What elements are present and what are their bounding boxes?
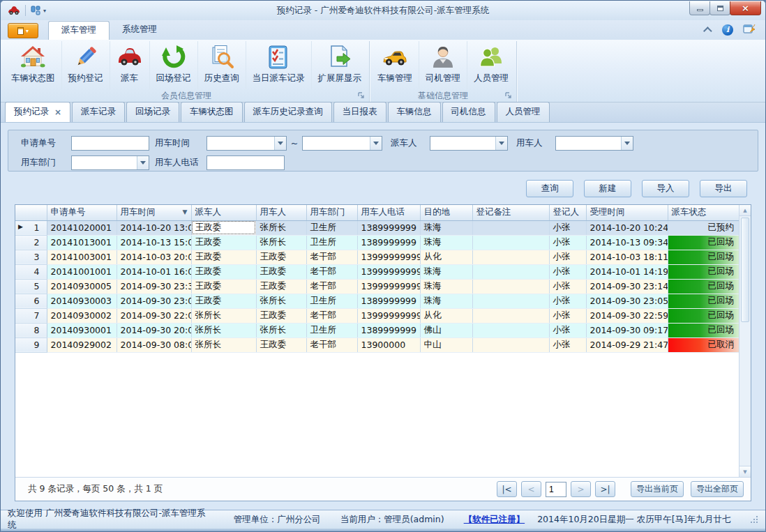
doc-tab-2[interactable]: 回场记录 xyxy=(126,102,179,122)
table-row[interactable]: 2201410130012014-10-13 15:00王政委张所长卫生所138… xyxy=(15,235,740,250)
cell[interactable] xyxy=(472,323,549,337)
cell[interactable]: 1389999999 xyxy=(357,294,420,308)
page-number-input[interactable] xyxy=(546,482,566,497)
cell[interactable]: 2014-10-03 20:00 xyxy=(117,250,191,264)
cell[interactable]: 13999999999 xyxy=(357,250,420,264)
cell[interactable]: 20141001001 xyxy=(47,264,117,279)
row-indicator[interactable]: 8 xyxy=(15,323,47,337)
cell[interactable]: 老干部 xyxy=(306,250,357,264)
cell[interactable] xyxy=(472,308,549,323)
doc-tab-5[interactable]: 当日报表 xyxy=(333,102,386,122)
cell[interactable]: 2014-09-30 23:30 xyxy=(117,279,191,294)
layout-icon[interactable] xyxy=(31,6,40,15)
combo-arrow-icon[interactable] xyxy=(137,156,149,169)
ribbon-button-yellow-car[interactable]: 车辆管理 xyxy=(371,41,419,89)
cell[interactable] xyxy=(472,294,549,308)
cell[interactable]: 20140929002 xyxy=(47,337,117,352)
doc-tab-7[interactable]: 司机信息 xyxy=(442,102,495,122)
cell[interactable]: 珠海 xyxy=(420,220,472,235)
cell[interactable]: 珠海 xyxy=(420,279,472,294)
cell[interactable]: 中山 xyxy=(420,337,472,352)
minimize-button[interactable] xyxy=(689,1,710,15)
cell[interactable]: 2014-10-20 13:00 xyxy=(117,220,191,235)
column-header-6[interactable]: 用车人电话 xyxy=(357,205,420,220)
dialog-launcher-icon[interactable] xyxy=(358,92,366,100)
scrollbar-thumb[interactable] xyxy=(741,218,749,322)
cell[interactable]: 珠海 xyxy=(420,235,472,250)
cell[interactable]: 张所长 xyxy=(191,337,256,352)
cell[interactable]: 王政委 xyxy=(256,308,306,323)
app-menu-button[interactable]: ▾ xyxy=(8,23,38,38)
cell[interactable]: 20141020001 xyxy=(47,220,117,235)
collapse-ribbon-icon[interactable] xyxy=(703,26,712,36)
cell[interactable]: 张所长 xyxy=(256,235,306,250)
ribbon-button-house[interactable]: 车辆状态图 xyxy=(5,41,62,89)
doc-tab-0[interactable]: 预约记录× xyxy=(5,102,70,122)
ribbon-tab-dispatch-mgmt[interactable]: 派车管理 xyxy=(48,21,110,40)
cell[interactable]: 13999999999 xyxy=(357,308,420,323)
resize-grip[interactable] xyxy=(751,515,759,524)
new-button[interactable]: 新建 xyxy=(584,180,631,197)
cell[interactable]: 13999999999 xyxy=(357,264,420,279)
doc-tab-4[interactable]: 派车历史记录查询 xyxy=(244,102,332,122)
cell[interactable]: 王政委 xyxy=(191,264,256,279)
cell[interactable]: 2014-09-30 23:00 xyxy=(117,294,191,308)
column-header-7[interactable]: 目的地 xyxy=(420,205,472,220)
cell[interactable]: 小张 xyxy=(549,250,586,264)
vertical-scrollbar[interactable]: ▲ ▼ xyxy=(739,205,751,477)
ribbon-button-recycle[interactable]: 回场登记 xyxy=(150,41,198,89)
cell[interactable]: 卫生所 xyxy=(306,220,357,235)
ribbon-button-people[interactable]: 人员管理 xyxy=(467,41,515,89)
cell[interactable]: 王政委 xyxy=(191,294,256,308)
import-button[interactable]: 导入 xyxy=(642,180,689,197)
cell[interactable] xyxy=(472,337,549,352)
cell[interactable]: 13900000 xyxy=(357,337,420,352)
row-indicator[interactable]: ▶1 xyxy=(15,220,47,235)
dispatcher-combo[interactable] xyxy=(430,136,508,151)
ribbon-button-history-search[interactable]: 历史查询 xyxy=(198,41,246,89)
column-header-4[interactable]: 用车人 xyxy=(256,205,306,220)
table-row[interactable]: 9201409290022014-09-30 08:00张所长王政委老干部139… xyxy=(15,337,740,352)
export-button[interactable]: 导出 xyxy=(700,180,747,197)
cell[interactable] xyxy=(472,279,549,294)
cell[interactable]: 2014-09-30 09:17 xyxy=(586,323,668,337)
cell[interactable]: 张所长 xyxy=(256,220,306,235)
column-header-10[interactable]: 受理时间 xyxy=(586,205,668,220)
cell[interactable]: 从化 xyxy=(420,250,472,264)
cell[interactable]: 小张 xyxy=(549,220,586,235)
table-row[interactable]: 5201409300052014-09-30 23:30王政委王政委老干部139… xyxy=(15,279,740,294)
table-row[interactable]: 8201409300012014-09-30 20:00张所长张所长卫生所138… xyxy=(15,323,740,337)
cell[interactable]: 王政委 xyxy=(191,220,256,235)
ribbon-tab-system-mgmt[interactable]: 系统管理 xyxy=(110,21,170,40)
table-row[interactable]: 4201410010012014-10-01 16:00王政委王政委老干部139… xyxy=(15,264,740,279)
license-link[interactable]: 【软件已注册】 xyxy=(464,514,525,526)
column-header-11[interactable]: 派车状态 xyxy=(668,205,740,220)
cell[interactable]: 老干部 xyxy=(306,279,357,294)
cell[interactable]: 卫生所 xyxy=(306,294,357,308)
use-time-to-combo[interactable] xyxy=(302,136,382,151)
cell[interactable]: 2014-09-30 22:00 xyxy=(117,308,191,323)
cell[interactable]: 小张 xyxy=(549,323,586,337)
cell[interactable]: 王政委 xyxy=(191,250,256,264)
scroll-up-icon[interactable]: ▲ xyxy=(739,205,751,216)
cell[interactable]: 王政委 xyxy=(256,264,306,279)
cell[interactable]: 1389999999 xyxy=(357,235,420,250)
row-indicator[interactable]: 7 xyxy=(15,308,47,323)
prev-page-button[interactable]: < xyxy=(521,481,541,497)
scroll-down-icon[interactable]: ▼ xyxy=(739,466,751,477)
export-all-pages-button[interactable]: 导出全部页 xyxy=(691,481,744,497)
cell[interactable]: 2014-10-13 09:34 xyxy=(586,235,668,250)
close-button[interactable]: × xyxy=(730,1,761,15)
table-row[interactable]: 7201409300022014-09-30 22:00张所长王政委老干部139… xyxy=(15,308,740,323)
chevron-down-icon[interactable]: ▾ xyxy=(43,8,46,14)
cell[interactable]: 王政委 xyxy=(191,279,256,294)
cell[interactable] xyxy=(472,264,549,279)
cell[interactable]: 2014-10-20 10:24 xyxy=(586,220,668,235)
ribbon-button-clipboard-check[interactable]: 当日派车记录 xyxy=(246,41,312,89)
cell[interactable]: 张所长 xyxy=(191,323,256,337)
cell[interactable]: 2014-10-01 16:00 xyxy=(117,264,191,279)
next-page-button[interactable]: > xyxy=(571,481,591,497)
cell[interactable]: 王政委 xyxy=(256,337,306,352)
cell[interactable]: 珠海 xyxy=(420,294,472,308)
cell[interactable]: 20141003001 xyxy=(47,250,117,264)
